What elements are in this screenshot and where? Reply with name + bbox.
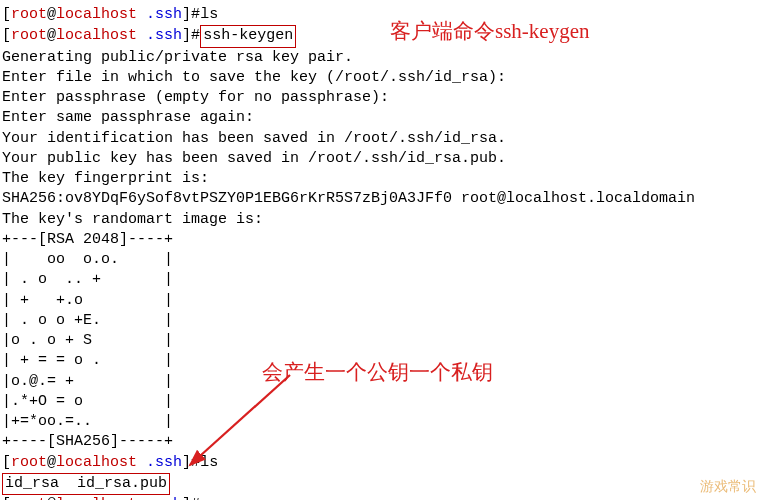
cmd-ssh-keygen: ssh-keygen	[200, 25, 296, 47]
output-line: Your public key has been saved in /root/…	[2, 149, 773, 169]
cmd-ls-2: ls	[200, 454, 218, 471]
output-line: The key's randomart image is:	[2, 210, 773, 230]
randomart-line: | . o o +E. |	[2, 311, 773, 331]
output-line: SHA256:ov8YDqF6ySof8vtPSZY0P1EBG6rKrR5S7…	[2, 189, 773, 209]
output-line: Enter passphrase (empty for no passphras…	[2, 88, 773, 108]
prompt-path: .ssh	[146, 6, 182, 23]
prompt-line-3: [root@localhost .ssh]#ls	[2, 453, 773, 473]
randomart-line: | . o .. + |	[2, 270, 773, 290]
prompt-host: localhost	[56, 6, 137, 23]
output-line: The key fingerprint is:	[2, 169, 773, 189]
prompt-symbol: #	[191, 6, 200, 23]
watermark-text: 游戏常识	[700, 478, 756, 497]
annotation-top: 客户端命令ssh-keygen	[390, 17, 589, 45]
ls-output-box: id_rsa id_rsa.pub	[2, 473, 773, 495]
output-line: Enter file in which to save the key (/ro…	[2, 68, 773, 88]
randomart-line: |+=*oo.=.. |	[2, 412, 773, 432]
prompt-line-2: [root@localhost .ssh]#ssh-keygen	[2, 25, 773, 47]
randomart-line: | oo o.o. |	[2, 250, 773, 270]
randomart-line: +---[RSA 2048]----+	[2, 230, 773, 250]
output-line: Generating public/private rsa key pair.	[2, 48, 773, 68]
output-line: Your identification has been saved in /r…	[2, 129, 773, 149]
annotation-side: 会产生一个公钥一个私钥	[262, 358, 493, 386]
ls-output: id_rsa id_rsa.pub	[2, 473, 170, 495]
output-line: Enter same passphrase again:	[2, 108, 773, 128]
prompt-line-1: [root@localhost .ssh]#ls	[2, 5, 773, 25]
prompt-line-4: [root@localhost .ssh]#	[2, 495, 773, 500]
cmd-ls-1: ls	[200, 6, 218, 23]
randomart-line: | + +.o |	[2, 291, 773, 311]
prompt-user: root	[11, 6, 47, 23]
randomart-line: |o . o + S |	[2, 331, 773, 351]
randomart-line: +----[SHA256]-----+	[2, 432, 773, 452]
randomart-line: |.*+O = o |	[2, 392, 773, 412]
